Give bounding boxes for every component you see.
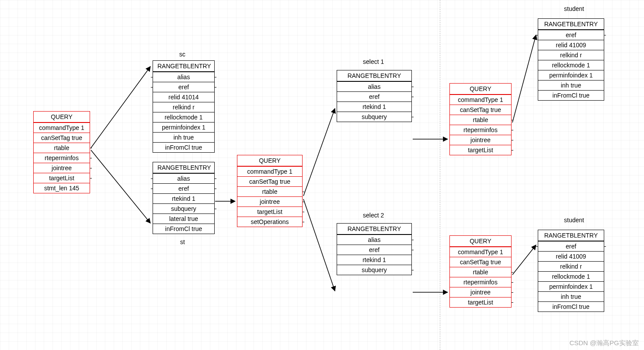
field-targetList: targetList <box>34 173 90 183</box>
field-rtable: rtable <box>450 115 511 125</box>
field-relid: relid 41014 <box>153 92 214 102</box>
field-rtekind: rtekind 1 <box>337 102 411 112</box>
field-relid: relid 41009 <box>538 251 604 261</box>
node-query-sub: QUERY commandType 1 canSetTag true rtabl… <box>237 155 303 227</box>
field-perminfoindex: perminfoindex 1 <box>153 122 214 132</box>
field-rtekind: rtekind 1 <box>153 193 214 203</box>
field-subquery: subquery <box>153 203 214 214</box>
svg-line-7 <box>512 35 536 122</box>
field-eref: eref <box>337 245 411 255</box>
field-inh: inh true <box>538 80 604 90</box>
node-rte-select2: RANGETBLENTRY alias eref rtekind 1 subqu… <box>337 223 412 275</box>
field-alias: alias <box>153 173 214 183</box>
node-query-select2: QUERY commandType 1 canSetTag true rtabl… <box>449 235 512 308</box>
field-eref: eref <box>538 241 604 251</box>
field-inFromCl: inFromCl true <box>538 301 604 312</box>
node-title: QUERY <box>450 236 511 247</box>
node-rte-sc: RANGETBLENTRY alias eref relid 41014 rel… <box>153 60 215 153</box>
svg-line-1 <box>91 150 150 223</box>
field-canSetTag: canSetTag true <box>450 105 511 115</box>
field-relid: relid 41009 <box>538 40 604 50</box>
field-inh: inh true <box>153 132 214 142</box>
node-title: RANGETBLENTRY <box>337 70 411 81</box>
field-rteperminfos: rteperminfos <box>450 125 511 135</box>
field-commandType: commandType 1 <box>237 166 302 176</box>
field-rtable: rtable <box>450 267 511 277</box>
field-perminfoindex: perminfoindex 1 <box>538 281 604 291</box>
node-query-root: QUERY commandType 1 canSetTag true rtabl… <box>33 111 90 193</box>
field-rellockmode: rellockmode 1 <box>538 60 604 70</box>
label-sc: sc <box>179 51 185 58</box>
node-title: RANGETBLENTRY <box>538 230 604 241</box>
label-select2: select 2 <box>363 212 384 219</box>
field-setOperations: setOperations <box>237 217 302 227</box>
node-rte-select1: RANGETBLENTRY alias eref rtekind 1 subqu… <box>337 70 412 122</box>
node-title: QUERY <box>237 155 302 166</box>
field-rellockmode: rellockmode 1 <box>538 271 604 281</box>
field-rteperminfos: rteperminfos <box>450 277 511 287</box>
node-title: RANGETBLENTRY <box>538 19 604 30</box>
field-rteperminfos: rteperminfos <box>34 153 90 163</box>
node-query-select1: QUERY commandType 1 canSetTag true rtabl… <box>449 83 512 155</box>
field-alias: alias <box>153 72 214 82</box>
field-commandType: commandType 1 <box>450 94 511 105</box>
field-subquery: subquery <box>337 265 411 275</box>
node-rte-student-top: RANGETBLENTRY eref relid 41009 relkind r… <box>538 18 604 101</box>
label-student-bottom: student <box>564 217 584 224</box>
field-alias: alias <box>337 234 411 245</box>
svg-line-0 <box>91 66 150 148</box>
node-title: RANGETBLENTRY <box>153 61 214 72</box>
field-inFromCl: inFromCl true <box>538 90 604 100</box>
field-jointree: jointree <box>450 135 511 145</box>
field-rtable: rtable <box>237 186 302 196</box>
field-jointree: jointree <box>237 196 302 206</box>
field-eref: eref <box>337 91 411 102</box>
field-jointree: jointree <box>34 163 90 173</box>
svg-line-3 <box>303 108 335 196</box>
field-relkind: relkind r <box>153 102 214 112</box>
field-inh: inh true <box>538 291 604 301</box>
field-targetList: targetList <box>450 145 511 155</box>
node-rte-student-bottom: RANGETBLENTRY eref relid 41009 relkind r… <box>538 230 604 312</box>
node-rte-st: RANGETBLENTRY alias eref rtekind 1 subqu… <box>153 162 215 234</box>
watermark: CSDN @瀚高PG实验室 <box>569 339 639 347</box>
field-targetList: targetList <box>237 206 302 217</box>
field-canSetTag: canSetTag true <box>34 133 90 143</box>
label-select1: select 1 <box>363 58 384 65</box>
field-jointree: jointree <box>450 287 511 297</box>
node-title: QUERY <box>34 112 90 122</box>
field-canSetTag: canSetTag true <box>237 176 302 186</box>
field-commandType: commandType 1 <box>34 122 90 133</box>
field-canSetTag: canSetTag true <box>450 257 511 267</box>
page-divider <box>440 0 440 350</box>
field-subquery: subquery <box>337 112 411 122</box>
field-lateral: lateral true <box>153 214 214 224</box>
svg-line-4 <box>303 199 335 291</box>
field-stmt-len: stmt_len 145 <box>34 183 90 193</box>
field-eref: eref <box>538 30 604 40</box>
field-eref: eref <box>153 183 214 193</box>
field-rellockmode: rellockmode 1 <box>153 112 214 122</box>
field-rtekind: rtekind 1 <box>337 255 411 265</box>
field-relkind: relkind r <box>538 50 604 60</box>
field-targetList: targetList <box>450 297 511 307</box>
label-st: st <box>180 238 185 245</box>
field-perminfoindex: perminfoindex 1 <box>538 70 604 80</box>
label-student-top: student <box>564 5 584 12</box>
field-inFromCl: inFromCl true <box>153 224 214 234</box>
field-rtable: rtable <box>34 143 90 153</box>
svg-line-8 <box>512 245 536 275</box>
field-eref: eref <box>153 82 214 92</box>
field-commandType: commandType 1 <box>450 247 511 257</box>
field-alias: alias <box>337 81 411 91</box>
field-inFromCl: inFromCl true <box>153 142 214 152</box>
field-relkind: relkind r <box>538 261 604 271</box>
node-title: RANGETBLENTRY <box>153 162 214 173</box>
node-title: RANGETBLENTRY <box>337 224 411 234</box>
node-title: QUERY <box>450 84 511 94</box>
